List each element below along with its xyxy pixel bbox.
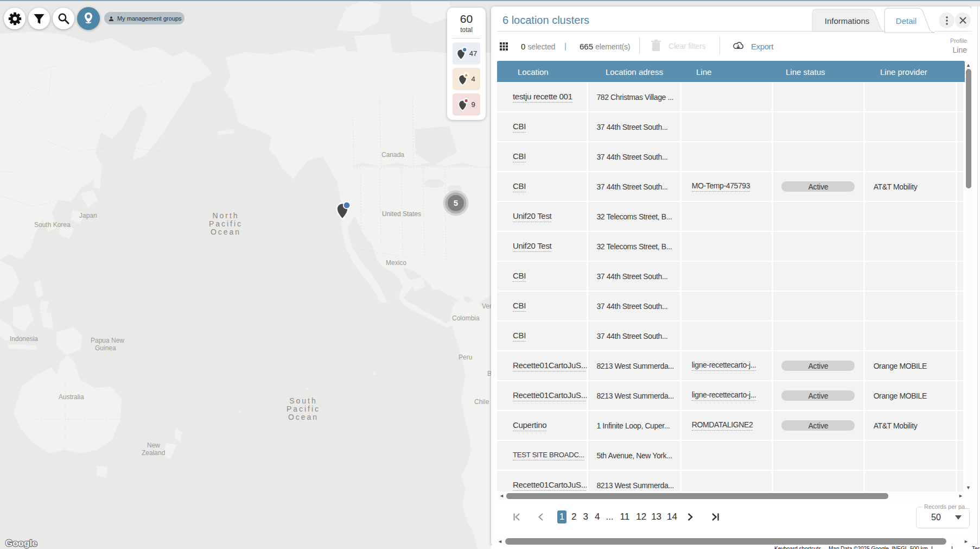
svg-text:5: 5 xyxy=(454,198,458,207)
svg-text:Peru: Peru xyxy=(459,354,472,361)
svg-text:Australia: Australia xyxy=(59,393,84,401)
svg-text:Colombia: Colombia xyxy=(452,314,480,322)
svg-text:Canada: Canada xyxy=(381,151,404,159)
svg-text:Zealand: Zealand xyxy=(142,449,165,457)
svg-text:Ocean: Ocean xyxy=(288,413,319,421)
svg-text:Papua New: Papua New xyxy=(91,337,124,344)
svg-text:United States: United States xyxy=(382,210,421,218)
svg-text:Pacific: Pacific xyxy=(209,219,243,228)
svg-text:South Korea: South Korea xyxy=(34,221,71,229)
svg-text:Mexico: Mexico xyxy=(386,259,406,267)
svg-text:Chile: Chile xyxy=(474,398,489,406)
svg-text:Guinea: Guinea xyxy=(95,344,116,352)
svg-text:Google: Google xyxy=(5,538,37,548)
svg-text:Ocean: Ocean xyxy=(211,228,241,236)
svg-text:North: North xyxy=(212,211,239,220)
svg-text:Pacific: Pacific xyxy=(287,405,320,413)
svg-text:New: New xyxy=(147,441,160,449)
svg-text:South: South xyxy=(289,396,317,405)
svg-text:Japan: Japan xyxy=(79,212,97,219)
svg-text:Indonesia: Indonesia xyxy=(10,335,38,343)
